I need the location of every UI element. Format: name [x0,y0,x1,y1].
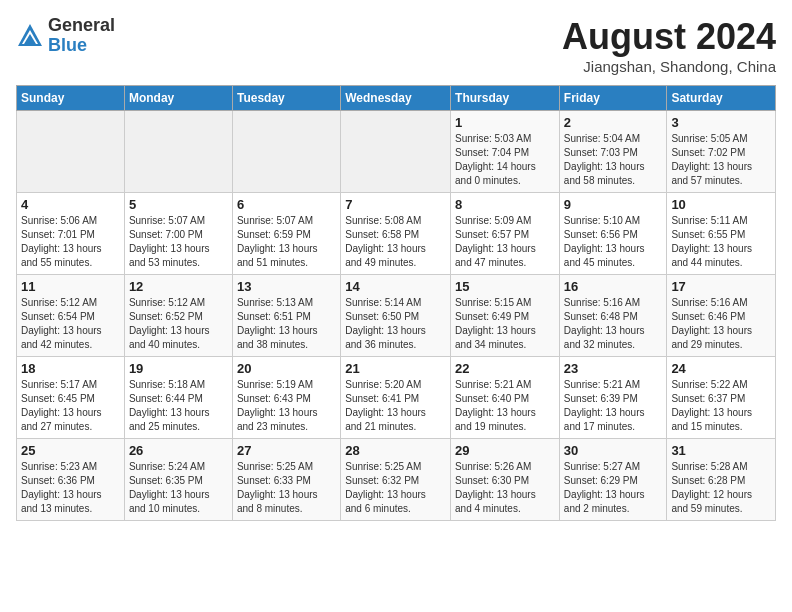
day-number: 2 [564,115,663,130]
day-details: Sunrise: 5:15 AM Sunset: 6:49 PM Dayligh… [455,296,555,352]
day-number: 24 [671,361,771,376]
day-number: 22 [455,361,555,376]
day-number: 14 [345,279,446,294]
week-row-2: 4Sunrise: 5:06 AM Sunset: 7:01 PM Daylig… [17,193,776,275]
day-details: Sunrise: 5:26 AM Sunset: 6:30 PM Dayligh… [455,460,555,516]
day-details: Sunrise: 5:04 AM Sunset: 7:03 PM Dayligh… [564,132,663,188]
day-details: Sunrise: 5:21 AM Sunset: 6:40 PM Dayligh… [455,378,555,434]
calendar-cell: 9Sunrise: 5:10 AM Sunset: 6:56 PM Daylig… [559,193,667,275]
day-details: Sunrise: 5:17 AM Sunset: 6:45 PM Dayligh… [21,378,120,434]
weekday-header-sunday: Sunday [17,86,125,111]
day-details: Sunrise: 5:25 AM Sunset: 6:33 PM Dayligh… [237,460,336,516]
calendar-cell: 1Sunrise: 5:03 AM Sunset: 7:04 PM Daylig… [451,111,560,193]
day-details: Sunrise: 5:07 AM Sunset: 6:59 PM Dayligh… [237,214,336,270]
calendar-cell: 17Sunrise: 5:16 AM Sunset: 6:46 PM Dayli… [667,275,776,357]
calendar-cell: 20Sunrise: 5:19 AM Sunset: 6:43 PM Dayli… [232,357,340,439]
calendar-cell: 22Sunrise: 5:21 AM Sunset: 6:40 PM Dayli… [451,357,560,439]
calendar-cell: 23Sunrise: 5:21 AM Sunset: 6:39 PM Dayli… [559,357,667,439]
logo-blue-text: Blue [48,36,115,56]
day-details: Sunrise: 5:22 AM Sunset: 6:37 PM Dayligh… [671,378,771,434]
day-details: Sunrise: 5:19 AM Sunset: 6:43 PM Dayligh… [237,378,336,434]
weekday-header-saturday: Saturday [667,86,776,111]
calendar-cell: 6Sunrise: 5:07 AM Sunset: 6:59 PM Daylig… [232,193,340,275]
calendar-cell: 10Sunrise: 5:11 AM Sunset: 6:55 PM Dayli… [667,193,776,275]
week-row-5: 25Sunrise: 5:23 AM Sunset: 6:36 PM Dayli… [17,439,776,521]
calendar-cell: 8Sunrise: 5:09 AM Sunset: 6:57 PM Daylig… [451,193,560,275]
day-number: 13 [237,279,336,294]
location-subtitle: Jiangshan, Shandong, China [562,58,776,75]
day-details: Sunrise: 5:21 AM Sunset: 6:39 PM Dayligh… [564,378,663,434]
calendar-cell: 25Sunrise: 5:23 AM Sunset: 6:36 PM Dayli… [17,439,125,521]
day-details: Sunrise: 5:27 AM Sunset: 6:29 PM Dayligh… [564,460,663,516]
day-number: 8 [455,197,555,212]
day-details: Sunrise: 5:14 AM Sunset: 6:50 PM Dayligh… [345,296,446,352]
day-number: 26 [129,443,228,458]
weekday-header-wednesday: Wednesday [341,86,451,111]
day-number: 4 [21,197,120,212]
day-number: 18 [21,361,120,376]
day-number: 27 [237,443,336,458]
day-number: 21 [345,361,446,376]
day-number: 7 [345,197,446,212]
day-details: Sunrise: 5:11 AM Sunset: 6:55 PM Dayligh… [671,214,771,270]
day-number: 3 [671,115,771,130]
day-number: 1 [455,115,555,130]
day-details: Sunrise: 5:20 AM Sunset: 6:41 PM Dayligh… [345,378,446,434]
day-details: Sunrise: 5:23 AM Sunset: 6:36 PM Dayligh… [21,460,120,516]
calendar-cell [124,111,232,193]
day-number: 23 [564,361,663,376]
calendar-cell: 14Sunrise: 5:14 AM Sunset: 6:50 PM Dayli… [341,275,451,357]
day-number: 25 [21,443,120,458]
day-number: 9 [564,197,663,212]
page-header: General Blue August 2024 Jiangshan, Shan… [16,16,776,75]
day-details: Sunrise: 5:25 AM Sunset: 6:32 PM Dayligh… [345,460,446,516]
day-details: Sunrise: 5:24 AM Sunset: 6:35 PM Dayligh… [129,460,228,516]
day-details: Sunrise: 5:18 AM Sunset: 6:44 PM Dayligh… [129,378,228,434]
day-number: 16 [564,279,663,294]
month-year-title: August 2024 [562,16,776,58]
week-row-3: 11Sunrise: 5:12 AM Sunset: 6:54 PM Dayli… [17,275,776,357]
weekday-header-monday: Monday [124,86,232,111]
logo: General Blue [16,16,115,56]
calendar-cell: 4Sunrise: 5:06 AM Sunset: 7:01 PM Daylig… [17,193,125,275]
calendar-cell: 16Sunrise: 5:16 AM Sunset: 6:48 PM Dayli… [559,275,667,357]
calendar-cell: 13Sunrise: 5:13 AM Sunset: 6:51 PM Dayli… [232,275,340,357]
calendar-cell: 11Sunrise: 5:12 AM Sunset: 6:54 PM Dayli… [17,275,125,357]
day-details: Sunrise: 5:16 AM Sunset: 6:46 PM Dayligh… [671,296,771,352]
day-details: Sunrise: 5:16 AM Sunset: 6:48 PM Dayligh… [564,296,663,352]
day-details: Sunrise: 5:13 AM Sunset: 6:51 PM Dayligh… [237,296,336,352]
day-number: 15 [455,279,555,294]
calendar-cell: 12Sunrise: 5:12 AM Sunset: 6:52 PM Dayli… [124,275,232,357]
calendar-cell: 15Sunrise: 5:15 AM Sunset: 6:49 PM Dayli… [451,275,560,357]
day-number: 30 [564,443,663,458]
calendar-cell: 24Sunrise: 5:22 AM Sunset: 6:37 PM Dayli… [667,357,776,439]
day-details: Sunrise: 5:28 AM Sunset: 6:28 PM Dayligh… [671,460,771,516]
calendar-cell [341,111,451,193]
logo-icon [16,22,44,50]
calendar-cell: 21Sunrise: 5:20 AM Sunset: 6:41 PM Dayli… [341,357,451,439]
weekday-header-row: SundayMondayTuesdayWednesdayThursdayFrid… [17,86,776,111]
calendar-cell [17,111,125,193]
day-number: 10 [671,197,771,212]
calendar-cell: 28Sunrise: 5:25 AM Sunset: 6:32 PM Dayli… [341,439,451,521]
day-number: 31 [671,443,771,458]
calendar-cell [232,111,340,193]
calendar-cell: 30Sunrise: 5:27 AM Sunset: 6:29 PM Dayli… [559,439,667,521]
day-details: Sunrise: 5:08 AM Sunset: 6:58 PM Dayligh… [345,214,446,270]
calendar-cell: 2Sunrise: 5:04 AM Sunset: 7:03 PM Daylig… [559,111,667,193]
day-number: 6 [237,197,336,212]
day-details: Sunrise: 5:12 AM Sunset: 6:54 PM Dayligh… [21,296,120,352]
day-details: Sunrise: 5:06 AM Sunset: 7:01 PM Dayligh… [21,214,120,270]
calendar-cell: 3Sunrise: 5:05 AM Sunset: 7:02 PM Daylig… [667,111,776,193]
day-details: Sunrise: 5:09 AM Sunset: 6:57 PM Dayligh… [455,214,555,270]
day-details: Sunrise: 5:12 AM Sunset: 6:52 PM Dayligh… [129,296,228,352]
day-details: Sunrise: 5:10 AM Sunset: 6:56 PM Dayligh… [564,214,663,270]
calendar-cell: 29Sunrise: 5:26 AM Sunset: 6:30 PM Dayli… [451,439,560,521]
week-row-4: 18Sunrise: 5:17 AM Sunset: 6:45 PM Dayli… [17,357,776,439]
day-details: Sunrise: 5:07 AM Sunset: 7:00 PM Dayligh… [129,214,228,270]
day-number: 29 [455,443,555,458]
weekday-header-tuesday: Tuesday [232,86,340,111]
day-details: Sunrise: 5:05 AM Sunset: 7:02 PM Dayligh… [671,132,771,188]
calendar-cell: 31Sunrise: 5:28 AM Sunset: 6:28 PM Dayli… [667,439,776,521]
calendar-cell: 7Sunrise: 5:08 AM Sunset: 6:58 PM Daylig… [341,193,451,275]
